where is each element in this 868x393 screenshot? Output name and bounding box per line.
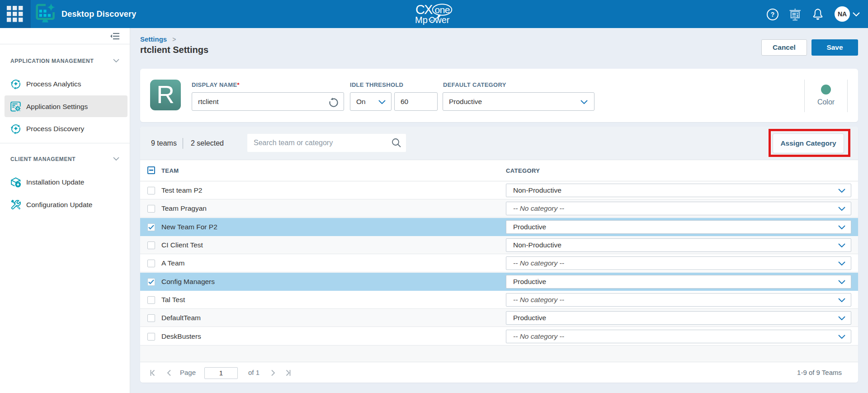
svg-text:wer: wer: [434, 15, 450, 25]
svg-text:Mp: Mp: [415, 15, 428, 25]
svg-text:?: ?: [771, 11, 775, 18]
svg-text:one: one: [435, 5, 450, 15]
